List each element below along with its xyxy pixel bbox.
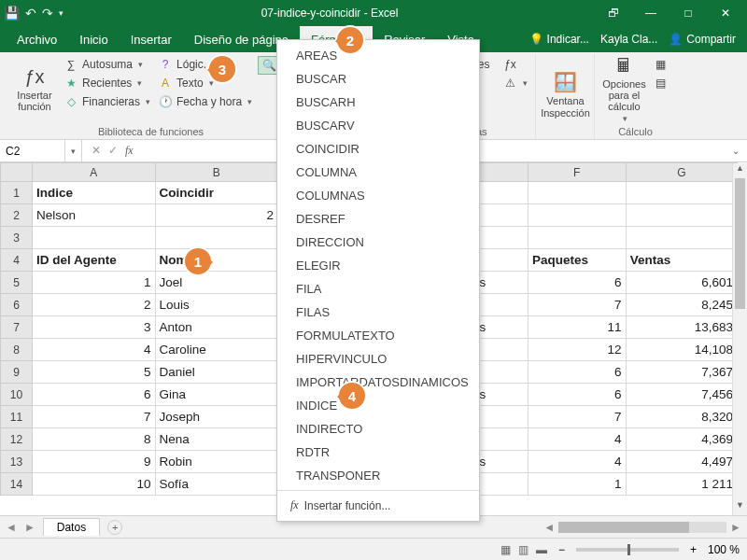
menu-item-coincidir[interactable]: COINCIDIR bbox=[277, 137, 479, 161]
cell[interactable]: Indice bbox=[33, 182, 156, 204]
qat-dd-icon[interactable]: ▾ bbox=[59, 8, 63, 18]
cell[interactable]: Caroline bbox=[155, 339, 278, 361]
menu-item-indirecto[interactable]: INDIRECTO bbox=[277, 417, 479, 441]
scroll-thumb[interactable] bbox=[735, 178, 745, 309]
menu-item-indice[interactable]: INDICE bbox=[277, 394, 479, 417]
ribbon-min-icon[interactable]: 🗗 bbox=[596, 7, 631, 20]
cell[interactable]: 8,320 bbox=[626, 406, 737, 428]
cell[interactable]: Gina bbox=[155, 384, 278, 406]
row-header-2[interactable]: 2 bbox=[1, 204, 33, 227]
cancel-icon[interactable]: ✕ bbox=[92, 144, 101, 158]
tab-archivo[interactable]: Archivo bbox=[6, 26, 68, 52]
error-check-button[interactable]: ƒx bbox=[500, 56, 529, 73]
row-header-12[interactable]: 12 bbox=[1, 428, 33, 451]
menu-item-areas[interactable]: AREAS bbox=[277, 44, 479, 67]
share-button[interactable]: 👤 Compartir bbox=[663, 26, 741, 52]
maximize-icon[interactable]: □ bbox=[670, 7, 706, 20]
cell[interactable]: 2 bbox=[155, 204, 278, 227]
menu-item-elegir[interactable]: ELEGIR bbox=[277, 254, 479, 277]
cell[interactable]: 1 bbox=[33, 272, 156, 294]
cell[interactable]: Nena bbox=[155, 428, 278, 451]
select-all-corner[interactable] bbox=[1, 163, 33, 182]
cell[interactable] bbox=[528, 227, 626, 249]
cell[interactable] bbox=[155, 227, 278, 249]
cell[interactable]: 6 bbox=[528, 384, 626, 406]
financial-button[interactable]: ◇Financieras bbox=[62, 93, 152, 110]
menu-item-importardatosdinamicos[interactable]: IMPORTARDATOSDINAMICOS bbox=[277, 371, 479, 394]
cell[interactable]: 9 bbox=[33, 451, 156, 473]
cell[interactable] bbox=[626, 204, 737, 227]
cell[interactable]: 6 bbox=[528, 272, 626, 294]
cell[interactable] bbox=[33, 227, 156, 249]
hscroll-left-icon[interactable]: ◄ bbox=[543, 521, 555, 534]
cell[interactable]: 4 bbox=[528, 428, 626, 451]
user-name[interactable]: Kayla Cla... bbox=[595, 26, 663, 52]
cell[interactable]: 10 bbox=[33, 473, 156, 496]
normal-view-icon[interactable]: ▦ bbox=[500, 543, 511, 556]
cell[interactable]: 6 bbox=[33, 384, 156, 406]
cell[interactable]: 8,245 bbox=[626, 294, 737, 316]
fx-icon-small[interactable]: fx bbox=[125, 144, 134, 158]
col-header-G[interactable]: G bbox=[626, 163, 737, 182]
col-header-B[interactable]: B bbox=[155, 163, 278, 182]
cell[interactable]: 13,683 bbox=[626, 316, 737, 339]
calc-options-button[interactable]: 🖩Opciones para el cálculo bbox=[600, 54, 647, 124]
close-icon[interactable]: ✕ bbox=[708, 7, 743, 20]
tell-me[interactable]: 💡 Indicar... bbox=[524, 26, 595, 52]
cell[interactable]: 7 bbox=[528, 294, 626, 316]
row-header-5[interactable]: 5 bbox=[1, 272, 33, 294]
row-header-11[interactable]: 11 bbox=[1, 406, 33, 428]
menu-item-fila[interactable]: FILA bbox=[277, 277, 479, 301]
cell[interactable]: 1 bbox=[528, 473, 626, 496]
menu-item-buscarv[interactable]: BUSCARV bbox=[277, 114, 479, 137]
save-icon[interactable]: 💾 bbox=[4, 6, 20, 21]
cell[interactable]: 1 211 bbox=[626, 473, 737, 496]
sheet-nav-prev-icon[interactable]: ◄ bbox=[6, 521, 17, 534]
text-button[interactable]: ATexto bbox=[156, 75, 254, 91]
row-header-7[interactable]: 7 bbox=[1, 316, 33, 339]
cell[interactable]: 4,369 bbox=[626, 428, 737, 451]
row-header-1[interactable]: 1 bbox=[1, 182, 33, 204]
cell[interactable]: Daniel bbox=[155, 361, 278, 384]
cell[interactable] bbox=[626, 227, 737, 249]
cell[interactable]: 2 bbox=[33, 294, 156, 316]
menu-item-hipervinculo[interactable]: HIPERVINCULO bbox=[277, 347, 479, 371]
cell[interactable]: 4 bbox=[33, 339, 156, 361]
cell[interactable]: Coincidir bbox=[155, 182, 278, 204]
row-header-4[interactable]: 4 bbox=[1, 249, 33, 272]
autosum-button[interactable]: ∑Autosuma bbox=[62, 56, 152, 73]
menu-item-rdtr[interactable]: RDTR bbox=[277, 441, 479, 464]
cell[interactable]: 11 bbox=[528, 316, 626, 339]
menu-item-formulatexto[interactable]: FORMULATEXTO bbox=[277, 324, 479, 347]
cell[interactable]: Louis bbox=[155, 294, 278, 316]
row-header-9[interactable]: 9 bbox=[1, 361, 33, 384]
menu-item-filas[interactable]: FILAS bbox=[277, 301, 479, 324]
cell[interactable]: Nelson bbox=[33, 204, 156, 227]
datetime-button[interactable]: 🕐Fecha y hora bbox=[156, 93, 254, 110]
zoom-slider[interactable] bbox=[576, 548, 679, 552]
zoom-level[interactable]: 100 % bbox=[708, 543, 740, 556]
page-break-icon[interactable]: ▬ bbox=[536, 543, 547, 556]
row-header-6[interactable]: 6 bbox=[1, 294, 33, 316]
hscroll-right-icon[interactable]: ► bbox=[730, 521, 741, 534]
sheet-tab-datos[interactable]: Datos bbox=[43, 518, 100, 536]
calc-sheet-button[interactable]: ▤ bbox=[651, 75, 669, 91]
cell[interactable]: 8 bbox=[33, 428, 156, 451]
cell[interactable]: 7 bbox=[528, 406, 626, 428]
enter-icon[interactable]: ✓ bbox=[108, 144, 118, 158]
tab-inicio[interactable]: Inicio bbox=[68, 26, 119, 52]
menu-item-buscar[interactable]: BUSCAR bbox=[277, 67, 479, 91]
cell[interactable]: 6,601 bbox=[626, 272, 737, 294]
zoom-out-button[interactable]: − bbox=[558, 543, 565, 556]
cell[interactable]: 3 bbox=[33, 316, 156, 339]
watch-window-button[interactable]: 🪟Ventana Inspección bbox=[542, 54, 588, 135]
cell[interactable]: Robin bbox=[155, 451, 278, 473]
cell[interactable]: 4,497 bbox=[626, 451, 737, 473]
cell[interactable] bbox=[626, 182, 737, 204]
cell[interactable]: Joel bbox=[155, 272, 278, 294]
col-header-A[interactable]: A bbox=[33, 163, 156, 182]
menu-item-columna[interactable]: COLUMNA bbox=[277, 161, 479, 184]
row-header-8[interactable]: 8 bbox=[1, 339, 33, 361]
cell[interactable]: 12 bbox=[528, 339, 626, 361]
cell[interactable]: Paquetes bbox=[528, 249, 626, 272]
